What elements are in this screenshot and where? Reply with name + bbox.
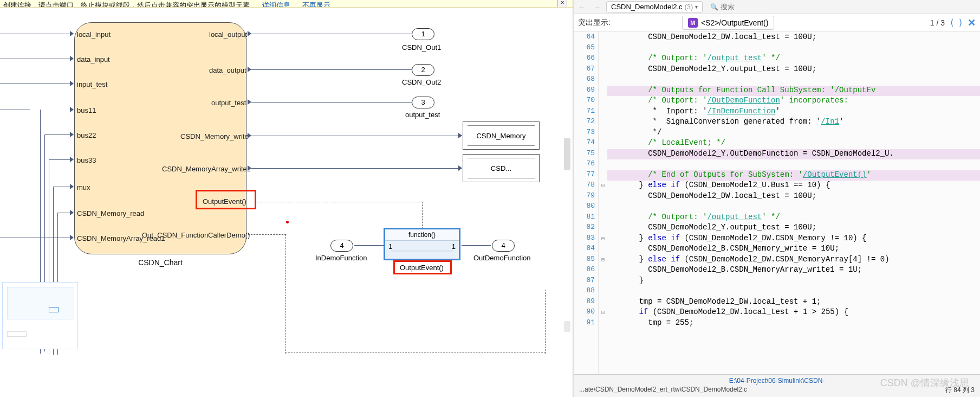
port-memory-read: CSDN_Memory_read xyxy=(77,209,144,217)
highlight-bar: 突出显示: M <S2>/OutputEvent() 1 / 3 ⟨ ⟩ ✕ xyxy=(574,14,980,31)
port-data-input: data_input xyxy=(77,55,110,63)
outport-4[interactable]: 4 xyxy=(492,240,515,252)
highlight-label: 突出显示: xyxy=(578,18,611,28)
next-match-icon[interactable]: ⟩ xyxy=(959,17,962,28)
file-tab[interactable]: CSDN_DemoModel2.c (3) ▾ xyxy=(606,1,703,12)
port-memory-array-write: CSDN_MemoryArray_write1 xyxy=(162,165,251,173)
search-icon: 🔍 xyxy=(710,3,718,11)
port-memory-write: CSDN_Memory_write xyxy=(180,132,249,140)
port-input-test: input_test xyxy=(77,80,107,88)
watermark: CSDN @情深缘浅思 xyxy=(880,376,969,389)
scrollbar-vertical[interactable] xyxy=(564,138,570,170)
memory-block-2[interactable]: CSD... xyxy=(463,154,540,182)
port-bus33: bus33 xyxy=(77,156,96,164)
fold-gutter[interactable]: ⊟⊟⊟⊟ xyxy=(599,31,607,374)
file-count: (3) xyxy=(685,3,693,11)
hint-text: 创建连接，请点击端口、终止模块或线段，然后点击兼容的突出显示的模型元素。 xyxy=(3,1,257,8)
status-path-1: E:\04-Project\06-Simulink\CSDN- xyxy=(729,377,825,385)
output-event-label: OutputEvent() xyxy=(400,264,444,272)
outport-4-label: OutDemoFunction xyxy=(473,254,531,262)
outport-3[interactable]: 3 xyxy=(412,97,434,108)
outport-2-label: CSDN_Out2 xyxy=(402,78,441,86)
hint-link-details[interactable]: 详细信息。 xyxy=(262,1,297,8)
port-bus11: bus11 xyxy=(77,106,96,114)
chevron-down-icon[interactable]: ▾ xyxy=(695,4,698,10)
function-label: function() xyxy=(385,229,459,240)
nav-back-icon[interactable]: ← xyxy=(576,3,588,11)
port-local-input: local_input xyxy=(77,30,111,39)
port-local-output: local_output xyxy=(209,30,247,39)
highlight-box xyxy=(196,190,256,209)
outport-1[interactable]: 1 xyxy=(412,28,434,40)
hint-link-dismiss[interactable]: 不再显示 xyxy=(302,1,330,8)
search-input[interactable] xyxy=(721,3,775,11)
code-lines[interactable]: CSDN_DemoModel2_DW.local_test = 100U; /*… xyxy=(607,31,980,374)
scrollbar-vertical[interactable] xyxy=(564,321,570,332)
code-view-panel: ← → CSDN_DemoModel2.c (3) ▾ 🔍 突出显示: M <S… xyxy=(573,0,980,397)
simulink-canvas[interactable]: 创建连接，请点击端口、终止模块或线段，然后点击兼容的突出显示的模型元素。 详细信… xyxy=(0,0,573,397)
highlight-chip[interactable]: M <S2>/OutputEvent() xyxy=(682,16,775,30)
outport-3-label: output_test xyxy=(405,111,440,119)
inport-4-label: InDemoFunction xyxy=(315,254,367,262)
outport-1-label: CSDN_Out1 xyxy=(402,43,441,52)
highlight-text: <S2>/OutputEvent() xyxy=(701,18,769,27)
port-bus22: bus22 xyxy=(77,131,96,139)
code-toolbar: ← → CSDN_DemoModel2.c (3) ▾ 🔍 xyxy=(574,0,980,14)
status-path-2: ...ate\CSDN_DemoModel2_ert_rtw\CSDN_Demo… xyxy=(579,386,747,395)
model-overview-thumbnail[interactable]: + xyxy=(2,282,78,349)
hint-bar: 创建连接，请点击端口、终止模块或线段，然后点击兼容的突出显示的模型元素。 详细信… xyxy=(0,0,573,8)
close-icon[interactable]: ✕ xyxy=(968,17,976,29)
prev-match-icon[interactable]: ⟨ xyxy=(950,17,953,28)
file-name: CSDN_DemoModel2.c xyxy=(611,3,683,11)
port-output-test: output_test xyxy=(211,99,246,107)
match-count: 1 / 3 xyxy=(930,18,945,27)
port-function-caller: Out_CSDN_FunctionCallerDemo() xyxy=(142,231,250,239)
search-box[interactable]: 🔍 xyxy=(710,3,775,11)
chart-title: CSDN_Chart xyxy=(74,258,246,267)
code-editor[interactable]: 6465666768697071727374757677787980818283… xyxy=(574,31,980,374)
function-call-subsystem[interactable]: function() 11 xyxy=(384,228,460,260)
nav-forward-icon[interactable]: → xyxy=(591,3,603,11)
line-number-gutter: 6465666768697071727374757677787980818283… xyxy=(574,31,599,374)
model-icon: M xyxy=(688,18,698,28)
memory-block-1[interactable]: CSDN_Memory xyxy=(463,121,540,150)
inport-4[interactable]: 4 xyxy=(330,240,353,252)
port-data-output: data_output xyxy=(209,66,246,74)
red-dot-icon xyxy=(286,221,289,223)
port-mux: mux xyxy=(77,183,90,191)
outport-2[interactable]: 2 xyxy=(412,64,434,76)
close-icon[interactable]: × xyxy=(557,0,567,8)
